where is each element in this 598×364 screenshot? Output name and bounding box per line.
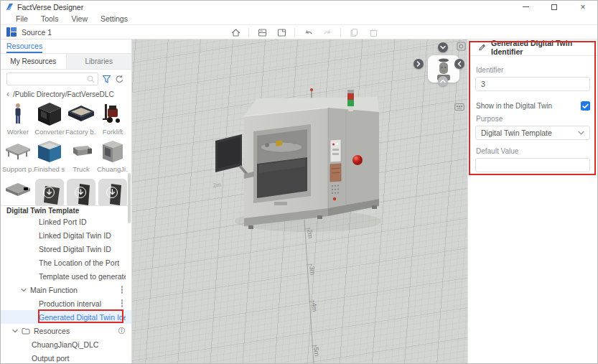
resource-label: ChuangJi…: [97, 165, 129, 173]
chevron-up-icon: [440, 79, 446, 83]
resource-label: Support p…: [2, 165, 34, 173]
search-box: [6, 73, 98, 85]
scene-panel-button[interactable]: [256, 26, 268, 39]
focus-view-button[interactable]: [457, 42, 466, 51]
resource-item-support[interactable]: Support p…: [2, 139, 34, 173]
copy-button[interactable]: [347, 26, 360, 39]
resource-label: Converter: [34, 128, 65, 136]
resource-item-plate[interactable]: [2, 177, 34, 205]
tree-item-resources-group[interactable]: Resources: [1, 324, 131, 337]
toolbar-divider: [340, 28, 341, 37]
tree-item-label: The Location of the Port: [39, 258, 119, 267]
rotate-down-button[interactable]: [438, 42, 448, 52]
kebab-menu-icon[interactable]: [118, 285, 126, 295]
save-icon: [276, 27, 287, 38]
app-window: FactVerse Designer × File Tools View Set…: [0, 0, 598, 364]
refresh-button[interactable]: [115, 75, 124, 84]
search-input[interactable]: [7, 73, 98, 85]
app-title: FactVerse Designer: [17, 3, 83, 11]
redo-icon: [322, 27, 333, 38]
tree-item-template-used[interactable]: Template used to generate Digital Tv: [1, 269, 131, 283]
tree-item-main-function[interactable]: Main Function: [1, 283, 131, 297]
properties-panel: Generated Digital Twin Identifier Identi…: [467, 39, 597, 364]
resource-item-converter[interactable]: Converter: [34, 101, 65, 136]
resource-item-finished[interactable]: Finished s…: [34, 139, 65, 173]
tree-item-location-of-port[interactable]: The Location of the Port: [1, 256, 131, 269]
resource-label: Finished s…: [34, 165, 65, 173]
breadcrumb-path: /Public Directory/FactVerseDLC: [13, 90, 114, 98]
tab-my-resources[interactable]: My Resources: [1, 54, 66, 69]
info-circle-icon[interactable]: [118, 327, 126, 335]
rotate-left-button[interactable]: [454, 59, 464, 69]
tree-item-generated-digital-twin-identifier[interactable]: Generated Digital Twin Identifier: [1, 310, 131, 324]
breadcrumb-back-icon[interactable]: ‹: [6, 90, 9, 98]
tree-item-stored-digital-twin-id[interactable]: Stored Digital Twin ID: [1, 242, 131, 256]
redo-button[interactable]: [321, 26, 334, 39]
minimize-button[interactable]: [511, 1, 540, 13]
breadcrumb: ‹ /Public Directory/FactVerseDLC: [1, 88, 131, 100]
chevron-down-icon: [12, 329, 18, 333]
menu-view[interactable]: View: [65, 14, 94, 23]
menu-file[interactable]: File: [9, 14, 34, 23]
maximize-button[interactable]: [540, 1, 569, 13]
rotate-up-button[interactable]: [438, 76, 448, 86]
toolbar: [229, 25, 380, 39]
delete-button[interactable]: [367, 26, 380, 39]
show-in-digital-twin-checkbox[interactable]: [581, 101, 590, 111]
purpose-select[interactable]: Digital Twin Template: [475, 126, 590, 140]
resource-item-downloading[interactable]: [97, 177, 129, 205]
machine-model[interactable]: -2m -3m -4m -5m 2m: [132, 39, 467, 364]
folder-icon: [22, 327, 30, 335]
tab-libraries[interactable]: Libraries: [66, 54, 132, 69]
maximize-icon: [551, 4, 557, 10]
resources-panel-title[interactable]: Resources: [6, 42, 42, 53]
resource-item-forklift[interactable]: Forklift: [97, 101, 129, 136]
menu-settings[interactable]: Settings: [94, 14, 134, 23]
search-icon: [86, 75, 95, 84]
resource-item-downloading[interactable]: [34, 177, 65, 205]
tree-item-output-port[interactable]: Output port: [1, 351, 131, 364]
default-value-input[interactable]: [475, 158, 590, 172]
red-sphere-object[interactable]: [352, 155, 363, 165]
filter-button[interactable]: [102, 75, 111, 84]
download-icon: [106, 187, 118, 198]
tree-item-linked-digital-twin-id[interactable]: Linked Digital Twin ID: [1, 228, 131, 242]
tree-item-label: Production interval: [39, 299, 101, 308]
resource-item-worker[interactable]: Worker: [2, 101, 34, 136]
ground-label: 2m: [212, 181, 222, 189]
resource-item-chuangji[interactable]: ChuangJi…: [97, 139, 129, 173]
filter-funnel-icon: [102, 75, 111, 84]
tab-source[interactable]: Source 1: [22, 28, 52, 37]
resource-thumbnail: [35, 101, 64, 127]
undo-button[interactable]: [302, 26, 314, 39]
properties-panel-title: Generated Digital Twin Identifier: [491, 39, 597, 56]
3d-viewport[interactable]: -2m -3m -4m -5m 2m: [132, 39, 467, 364]
copy-icon: [349, 27, 360, 38]
tree-item-linked-port-id[interactable]: Linked Port ID: [1, 215, 131, 228]
close-button[interactable]: ×: [569, 1, 597, 13]
resource-thumbnail-downloading: [35, 179, 64, 205]
menu-tools[interactable]: Tools: [34, 14, 65, 23]
title-bar: FactVerse Designer ×: [1, 1, 597, 13]
tree-item-chuangjianqi-dlc[interactable]: ChuangJianQi_DLC: [1, 337, 131, 351]
resource-item-factory[interactable]: Factory b…: [65, 101, 97, 136]
resource-item-downloading[interactable]: [65, 177, 97, 205]
resource-label: Worker: [2, 128, 34, 136]
scrollbar-thumb[interactable]: [128, 173, 131, 223]
resource-item-truck[interactable]: Truck: [65, 139, 97, 173]
template-tree: Linked Port ID Linked Digital Twin ID St…: [1, 215, 131, 364]
kebab-menu-icon[interactable]: [118, 299, 126, 309]
resource-thumbnail: [67, 101, 95, 127]
home-button[interactable]: [229, 26, 242, 39]
rotate-right-button[interactable]: [414, 59, 424, 69]
scene-panel-icon: [257, 27, 268, 38]
chevron-down-icon: [21, 288, 27, 292]
resource-label: Truck: [65, 165, 97, 173]
tree-item-production-interval[interactable]: Production interval: [1, 297, 131, 310]
axis-label: -3m: [308, 263, 317, 275]
identifier-input[interactable]: [475, 77, 590, 91]
download-icon: [43, 187, 55, 198]
chevron-left-icon: [457, 61, 462, 67]
save-button[interactable]: [275, 26, 288, 39]
shortcuts-button[interactable]: [454, 103, 464, 111]
